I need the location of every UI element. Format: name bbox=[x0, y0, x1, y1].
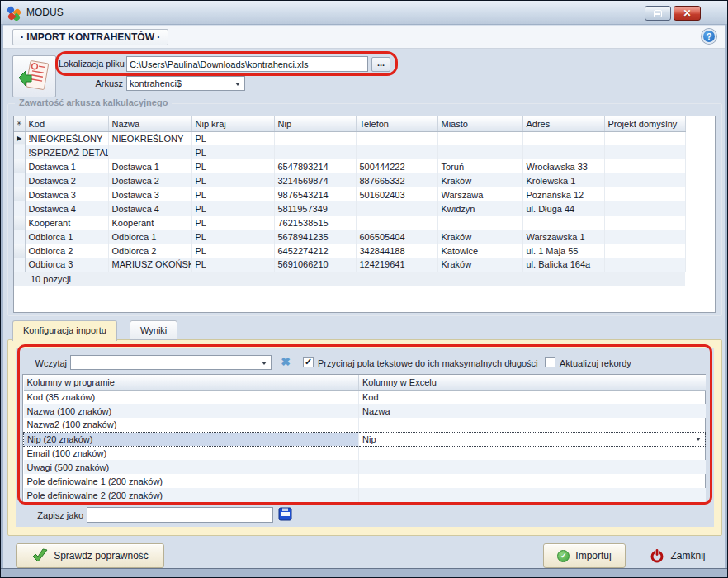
grid-cell: Wrocławska 33 bbox=[522, 159, 604, 173]
grid-column-header[interactable]: Projekt domyślny bbox=[604, 116, 685, 131]
close-button-label: Zamknij bbox=[670, 550, 705, 561]
browse-button[interactable]: ... bbox=[371, 57, 390, 72]
title-bar: MODUS ✕ bbox=[1, 1, 727, 25]
save-as-input[interactable] bbox=[87, 507, 273, 523]
mapping-row[interactable]: Email (100 znaków) bbox=[24, 446, 706, 460]
window-frame bbox=[1, 25, 3, 577]
table-row[interactable]: Dostawca 2Dostawca 2PL321456987488766533… bbox=[14, 173, 685, 187]
grid-cell: 9876543214 bbox=[274, 187, 356, 201]
app-logo-icon bbox=[7, 6, 21, 20]
grid-cell: Odbiorca 2 bbox=[25, 244, 108, 258]
row-selector bbox=[14, 145, 25, 159]
location-label: Lokalizacja pliku bbox=[50, 59, 125, 69]
mapping-row[interactable]: Pole definiowalne 2 (200 znaków) bbox=[24, 488, 706, 502]
grid-cell: Odbiorca 1 bbox=[25, 230, 108, 244]
grid-cell: 5811957349 bbox=[274, 201, 356, 216]
grid-cell: ul. 1 Maja 55 bbox=[522, 244, 604, 258]
grid-cell: Kwidzyn bbox=[437, 201, 522, 216]
grid-cell bbox=[437, 131, 522, 145]
chevron-down-icon bbox=[235, 83, 240, 86]
mapping-column-header: Kolumny w programie bbox=[24, 375, 359, 390]
table-row[interactable]: KooperantKooperantPL7621538515 bbox=[14, 216, 685, 230]
grid-cell: Kraków bbox=[437, 230, 522, 244]
chevron-down-icon bbox=[262, 362, 267, 365]
table-row[interactable]: ▶!NIEOKREŚLONYNIEOKREŚLONYPL bbox=[14, 131, 685, 145]
grid-cell: Kraków bbox=[437, 258, 522, 272]
mapping-row[interactable]: Nazwa2 (100 znaków) bbox=[24, 418, 706, 432]
grid-cell: 5678941235 bbox=[274, 230, 356, 244]
mapping-row[interactable]: Nip (20 znaków)Nip bbox=[24, 432, 706, 446]
mapping-header-row: Kolumny w programie Kolumny w Excelu bbox=[24, 375, 706, 390]
spreadsheet-table: ✳KodNazwaNip krajNipTelefonMiastoAdresPr… bbox=[14, 116, 686, 286]
mapping-row[interactable]: Pole definiowalne 1 (200 znaków) bbox=[24, 474, 706, 488]
grid-cell bbox=[522, 145, 604, 159]
grid-cell: NIEOKREŚLONY bbox=[108, 131, 191, 145]
table-row[interactable]: Odbiorca 3MARIUSZ OKOŃSKIPL5691066210124… bbox=[14, 258, 685, 272]
table-row[interactable]: Dostawca 3Dostawca 3PL987654321450160240… bbox=[14, 187, 685, 201]
grid-cell bbox=[274, 145, 356, 159]
location-input[interactable] bbox=[126, 56, 368, 72]
grid-cell bbox=[108, 145, 191, 159]
grid-cell: Dostawca 3 bbox=[108, 187, 191, 201]
program-column-cell: Kod (35 znaków) bbox=[24, 390, 359, 404]
screen-title: · IMPORT KONTRAHENTÓW · bbox=[12, 29, 168, 45]
sheet-combobox[interactable]: kontrahenci$ bbox=[126, 76, 245, 91]
grid-column-header[interactable]: Nip bbox=[274, 116, 356, 131]
grid-column-header[interactable]: Telefon bbox=[356, 116, 437, 131]
grid-cell: ul. Balicka 164a bbox=[522, 258, 604, 272]
excel-column-cell bbox=[359, 418, 706, 432]
grid-cell: 3214569874 bbox=[274, 173, 356, 187]
grid-column-header[interactable]: Miasto bbox=[437, 116, 522, 131]
save-config-button[interactable] bbox=[278, 507, 293, 522]
grid-cell: 887665332 bbox=[356, 173, 437, 187]
grid-cell: ul. Długa 44 bbox=[522, 201, 604, 216]
row-selector: ▶ bbox=[14, 131, 25, 145]
grid-cell bbox=[522, 131, 604, 145]
clear-config-button[interactable]: ✖ bbox=[278, 354, 293, 369]
sheet-value: kontrahenci$ bbox=[130, 78, 182, 88]
grid-column-header[interactable]: Adres bbox=[522, 116, 604, 131]
table-row[interactable]: Dostawca 1Dostawca 1PL654789321450044422… bbox=[14, 159, 685, 173]
tab-wyniki[interactable]: Wyniki bbox=[130, 320, 177, 340]
import-button[interactable]: ✓ Importuj bbox=[543, 543, 626, 568]
load-config-combobox[interactable] bbox=[70, 355, 272, 370]
table-row[interactable]: Odbiorca 1Odbiorca 1PL567894123560650540… bbox=[14, 230, 685, 244]
grid-cell bbox=[356, 201, 437, 216]
mapping-row[interactable]: Kod (35 znaków)Kod bbox=[24, 390, 706, 404]
grid-cell: PL bbox=[191, 230, 274, 244]
chevron-down-icon bbox=[696, 438, 701, 441]
grid-cell: 5691066210 bbox=[274, 258, 356, 272]
minimize-button[interactable] bbox=[645, 6, 671, 21]
grid-cell bbox=[437, 216, 522, 230]
grid-header-row: ✳KodNazwaNip krajNipTelefonMiastoAdresPr… bbox=[14, 116, 685, 131]
close-button[interactable]: Zamknij bbox=[636, 543, 719, 568]
grid-cell bbox=[274, 131, 356, 145]
table-row[interactable]: Dostawca 4Dostawca 4PL5811957349Kwidzynu… bbox=[14, 201, 685, 216]
mapping-row[interactable]: Uwagi (500 znaków) bbox=[24, 460, 706, 474]
grid-cell: PL bbox=[191, 244, 274, 258]
excel-column-cell[interactable]: Nip bbox=[359, 432, 706, 446]
app-window: MODUS ✕ · IMPORT KONTRAHENTÓW · ? Lokali… bbox=[0, 0, 728, 578]
grid-column-header[interactable]: Nazwa bbox=[108, 116, 191, 131]
table-row[interactable]: Odbiorca 2Odbiorca 2PL645227421234284418… bbox=[14, 244, 685, 258]
grid-column-header[interactable]: Nip kraj bbox=[191, 116, 274, 131]
window-frame bbox=[1, 568, 727, 577]
grid-cell: PL bbox=[191, 131, 274, 145]
grid-column-header[interactable]: Kod bbox=[25, 116, 108, 131]
update-records-checkbox[interactable] bbox=[545, 357, 555, 367]
grid-cell bbox=[522, 216, 604, 230]
mapping-row[interactable]: Nazwa (100 znaków)Nazwa bbox=[24, 404, 706, 418]
program-column-cell: Pole definiowalne 2 (200 znaków) bbox=[24, 488, 359, 502]
close-window-button[interactable]: ✕ bbox=[674, 6, 701, 21]
trim-checkbox[interactable]: ✓ bbox=[303, 357, 314, 367]
validate-button[interactable]: Sprawdz poprawność bbox=[16, 543, 164, 568]
table-row[interactable]: !SPRZEDAŻ DETALICPL bbox=[14, 145, 685, 159]
help-icon[interactable]: ? bbox=[702, 29, 716, 44]
window-title: MODUS bbox=[26, 7, 64, 18]
grid-cell: 124219641 bbox=[356, 258, 437, 272]
grid-cell: Dostawca 1 bbox=[25, 159, 108, 173]
tab-konfiguracja-importu[interactable]: Konfiguracja importu bbox=[12, 320, 117, 341]
grid-cell bbox=[604, 244, 685, 258]
screen-header: · IMPORT KONTRAHENTÓW · ? bbox=[2, 26, 726, 49]
program-column-cell: Nazwa2 (100 znaków) bbox=[24, 418, 359, 432]
